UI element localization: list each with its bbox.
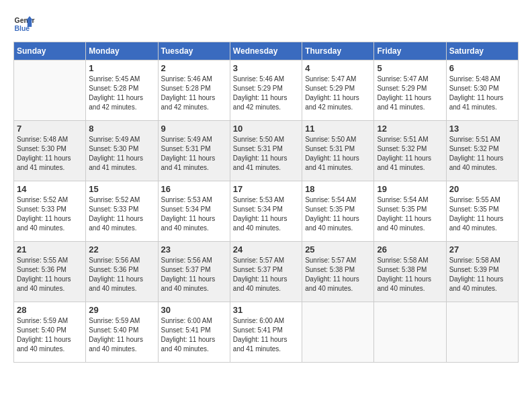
day-info: Sunrise: 5:46 AM Sunset: 5:29 PM Dayligh… [233,75,299,112]
calendar-table: SundayMondayTuesdayWednesdayThursdayFrid… [13,42,519,363]
day-number: 17 [233,184,299,194]
day-number: 30 [161,305,227,315]
calendar-header-row: SundayMondayTuesdayWednesdayThursdayFrid… [14,42,519,60]
calendar-cell: 3Sunrise: 5:46 AM Sunset: 5:29 PM Daylig… [230,60,302,121]
calendar-cell [374,302,446,363]
day-number: 1 [89,63,154,73]
calendar-cell: 29Sunrise: 5:59 AM Sunset: 5:40 PM Dayli… [86,302,158,363]
day-info: Sunrise: 5:52 AM Sunset: 5:33 PM Dayligh… [89,195,154,233]
day-info: Sunrise: 5:47 AM Sunset: 5:29 PM Dayligh… [305,75,371,112]
day-info: Sunrise: 6:00 AM Sunset: 5:41 PM Dayligh… [233,316,299,354]
calendar-cell: 10Sunrise: 5:50 AM Sunset: 5:31 PM Dayli… [230,121,302,181]
day-number: 16 [161,184,227,194]
day-number: 8 [89,124,154,134]
calendar-cell: 12Sunrise: 5:51 AM Sunset: 5:32 PM Dayli… [374,121,446,181]
day-number: 23 [161,244,227,255]
calendar-cell: 21Sunrise: 5:55 AM Sunset: 5:36 PM Dayli… [14,242,86,302]
calendar-cell: 25Sunrise: 5:57 AM Sunset: 5:38 PM Dayli… [302,242,374,302]
day-info: Sunrise: 5:53 AM Sunset: 5:34 PM Dayligh… [161,195,227,233]
day-number: 28 [17,305,83,315]
calendar-cell [446,302,518,363]
day-number: 26 [377,244,443,255]
day-number: 7 [17,124,83,134]
day-number: 31 [233,305,299,315]
calendar-cell: 9Sunrise: 5:49 AM Sunset: 5:31 PM Daylig… [158,121,230,181]
day-number: 24 [233,244,299,255]
calendar-cell: 4Sunrise: 5:47 AM Sunset: 5:29 PM Daylig… [302,60,374,121]
calendar-cell: 22Sunrise: 5:56 AM Sunset: 5:36 PM Dayli… [86,242,158,302]
calendar-cell: 31Sunrise: 6:00 AM Sunset: 5:41 PM Dayli… [230,302,302,363]
header-thursday: Thursday [302,42,374,60]
day-number: 19 [377,184,443,194]
day-info: Sunrise: 5:51 AM Sunset: 5:32 PM Dayligh… [377,135,443,173]
day-number: 9 [161,124,227,134]
calendar-week-5: 28Sunrise: 5:59 AM Sunset: 5:40 PM Dayli… [14,302,519,363]
day-info: Sunrise: 5:50 AM Sunset: 5:31 PM Dayligh… [305,135,371,173]
calendar-cell: 15Sunrise: 5:52 AM Sunset: 5:33 PM Dayli… [86,181,158,242]
calendar-week-1: 1Sunrise: 5:45 AM Sunset: 5:28 PM Daylig… [14,60,519,121]
day-number: 29 [89,305,154,315]
svg-text:General: General [15,17,35,24]
header-sunday: Sunday [14,42,86,60]
calendar-cell: 19Sunrise: 5:54 AM Sunset: 5:35 PM Dayli… [374,181,446,242]
day-info: Sunrise: 5:55 AM Sunset: 5:36 PM Dayligh… [17,256,83,293]
day-number: 6 [449,63,515,73]
day-number: 14 [17,184,83,194]
calendar-cell: 17Sunrise: 5:53 AM Sunset: 5:34 PM Dayli… [230,181,302,242]
day-number: 20 [449,184,515,194]
header-tuesday: Tuesday [158,42,230,60]
day-info: Sunrise: 5:55 AM Sunset: 5:35 PM Dayligh… [449,195,515,233]
header-monday: Monday [86,42,158,60]
logo-icon: General Blue [13,13,35,35]
calendar-cell: 23Sunrise: 5:56 AM Sunset: 5:37 PM Dayli… [158,242,230,302]
day-number: 25 [305,244,371,255]
day-info: Sunrise: 5:46 AM Sunset: 5:28 PM Dayligh… [161,75,227,112]
logo: General Blue [13,13,35,35]
day-number: 15 [89,184,154,194]
calendar-cell: 28Sunrise: 5:59 AM Sunset: 5:40 PM Dayli… [14,302,86,363]
calendar-week-3: 14Sunrise: 5:52 AM Sunset: 5:33 PM Dayli… [14,181,519,242]
calendar-cell: 16Sunrise: 5:53 AM Sunset: 5:34 PM Dayli… [158,181,230,242]
page-header: General Blue [13,13,519,35]
header-wednesday: Wednesday [230,42,302,60]
day-number: 27 [449,244,515,255]
calendar-cell: 30Sunrise: 6:00 AM Sunset: 5:41 PM Dayli… [158,302,230,363]
day-info: Sunrise: 5:57 AM Sunset: 5:38 PM Dayligh… [305,256,371,293]
header-friday: Friday [374,42,446,60]
day-number: 18 [305,184,371,194]
calendar-cell: 27Sunrise: 5:58 AM Sunset: 5:39 PM Dayli… [446,242,518,302]
day-number: 12 [377,124,443,134]
day-info: Sunrise: 5:54 AM Sunset: 5:35 PM Dayligh… [377,195,443,233]
calendar-cell: 6Sunrise: 5:48 AM Sunset: 5:30 PM Daylig… [446,60,518,121]
calendar-week-2: 7Sunrise: 5:48 AM Sunset: 5:30 PM Daylig… [14,121,519,181]
day-number: 4 [305,63,371,73]
day-info: Sunrise: 5:48 AM Sunset: 5:30 PM Dayligh… [449,75,515,112]
day-info: Sunrise: 5:58 AM Sunset: 5:39 PM Dayligh… [449,256,515,293]
calendar-cell: 7Sunrise: 5:48 AM Sunset: 5:30 PM Daylig… [14,121,86,181]
day-info: Sunrise: 5:58 AM Sunset: 5:38 PM Dayligh… [377,256,443,293]
day-info: Sunrise: 5:59 AM Sunset: 5:40 PM Dayligh… [17,316,83,354]
calendar-cell: 24Sunrise: 5:57 AM Sunset: 5:37 PM Dayli… [230,242,302,302]
day-info: Sunrise: 5:59 AM Sunset: 5:40 PM Dayligh… [89,316,154,354]
day-info: Sunrise: 5:53 AM Sunset: 5:34 PM Dayligh… [233,195,299,233]
calendar-cell: 14Sunrise: 5:52 AM Sunset: 5:33 PM Dayli… [14,181,86,242]
header-saturday: Saturday [446,42,518,60]
calendar-cell: 18Sunrise: 5:54 AM Sunset: 5:35 PM Dayli… [302,181,374,242]
calendar-cell: 11Sunrise: 5:50 AM Sunset: 5:31 PM Dayli… [302,121,374,181]
day-info: Sunrise: 5:56 AM Sunset: 5:36 PM Dayligh… [89,256,154,293]
day-info: Sunrise: 5:54 AM Sunset: 5:35 PM Dayligh… [305,195,371,233]
day-number: 22 [89,244,154,255]
day-info: Sunrise: 5:51 AM Sunset: 5:32 PM Dayligh… [449,135,515,173]
calendar-cell: 8Sunrise: 5:49 AM Sunset: 5:30 PM Daylig… [86,121,158,181]
day-info: Sunrise: 5:56 AM Sunset: 5:37 PM Dayligh… [161,256,227,293]
calendar-cell: 13Sunrise: 5:51 AM Sunset: 5:32 PM Dayli… [446,121,518,181]
day-info: Sunrise: 5:52 AM Sunset: 5:33 PM Dayligh… [17,195,83,233]
day-number: 10 [233,124,299,134]
day-number: 21 [17,244,83,255]
calendar-cell: 26Sunrise: 5:58 AM Sunset: 5:38 PM Dayli… [374,242,446,302]
calendar-cell: 1Sunrise: 5:45 AM Sunset: 5:28 PM Daylig… [86,60,158,121]
day-info: Sunrise: 5:57 AM Sunset: 5:37 PM Dayligh… [233,256,299,293]
day-info: Sunrise: 5:48 AM Sunset: 5:30 PM Dayligh… [17,135,83,173]
day-info: Sunrise: 6:00 AM Sunset: 5:41 PM Dayligh… [161,316,227,354]
day-info: Sunrise: 5:50 AM Sunset: 5:31 PM Dayligh… [233,135,299,173]
